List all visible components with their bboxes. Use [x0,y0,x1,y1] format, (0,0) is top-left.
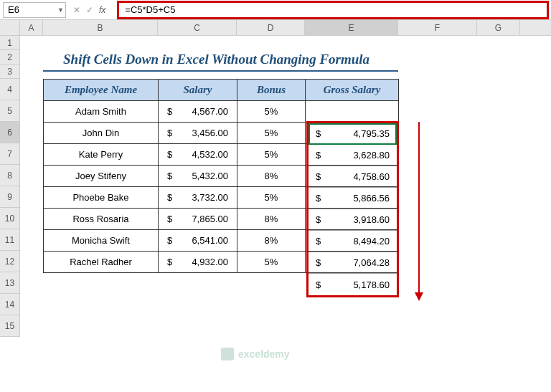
cell-salary[interactable]: $4,567.00 [159,101,237,123]
col-header-A[interactable]: A [20,20,43,35]
name-box-dropdown-icon[interactable]: ▼ [57,6,64,14]
cell-bonus[interactable]: 8% [237,230,306,252]
col-header-F[interactable]: F [398,20,477,35]
fx-icon[interactable]: fx [99,5,105,15]
cell-salary[interactable]: $4,532.00 [159,144,237,166]
gross-cell[interactable]: $5,866.56 [309,188,397,209]
exceldemy-logo-icon [221,348,234,360]
row-header-7[interactable]: 7 [0,143,20,165]
header-salary[interactable]: Salary [159,80,237,101]
row-header-4[interactable]: 4 [0,79,20,100]
cell-bonus[interactable]: 5% [237,187,306,209]
watermark-text: exceldemy [238,348,290,360]
gross-cell[interactable]: $3,628.80 [309,145,397,166]
formula-bar-controls: ✕ ✓ fx [73,5,110,15]
header-gross[interactable]: Gross Salary [306,80,399,101]
cell-salary[interactable]: $5,432.00 [159,166,237,187]
header-bonus[interactable]: Bonus [237,80,306,101]
watermark: exceldemy [221,348,290,360]
row-header-15[interactable]: 15 [0,315,20,337]
cell-name[interactable]: Joey Stifeny [44,166,159,187]
title-underline [43,70,398,72]
cell-name[interactable]: Ross Rosaria [44,209,159,230]
cell-salary[interactable]: $7,865.00 [159,209,237,230]
col-header-D[interactable]: D [237,20,305,35]
table-header-row: Employee Name Salary Bonus Gross Salary [44,80,399,101]
col-header-E[interactable]: E [305,20,398,35]
gross-cell[interactable]: $3,918.60 [309,209,397,231]
cell-bonus[interactable]: 8% [237,209,306,230]
spreadsheet-grid: A B C D E F G 1 2 3 4 5 6 7 8 9 10 11 12… [0,20,551,337]
cell-salary[interactable]: $4,932.00 [159,252,237,273]
column-headers: A B C D E F G [0,20,551,36]
col-header-B[interactable]: B [43,20,158,35]
select-all-corner[interactable] [0,20,20,35]
cell-bonus[interactable]: 5% [237,101,306,123]
name-box[interactable]: E6 ▼ [3,2,66,18]
gross-salary-highlight: $4,795.35 $3,628.80 $4,758.60 $5,866.56 … [306,121,399,297]
header-name[interactable]: Employee Name [44,80,159,101]
row-header-8[interactable]: 8 [0,165,20,186]
table-row: Adam Smith $4,567.00 5% [44,101,399,123]
cancel-icon[interactable]: ✕ [73,5,80,15]
row-header-10[interactable]: 10 [0,208,20,229]
gross-cell-selected[interactable]: $4,795.35 [309,123,397,145]
row-header-6[interactable]: 6 [0,122,20,143]
gross-cell[interactable]: $5,178.60 [309,274,397,295]
row-header-13[interactable]: 13 [0,272,20,294]
row-header-14[interactable]: 14 [0,294,20,315]
cell-bonus[interactable]: 8% [237,166,306,187]
row-header-9[interactable]: 9 [0,186,20,208]
row-header-11[interactable]: 11 [0,229,20,251]
formula-text: =C5*D5+C5 [125,4,175,15]
name-box-value: E6 [8,4,19,15]
page-title: Shift Cells Down in Excel Without Changi… [63,52,369,67]
row-header-5[interactable]: 5 [0,100,20,122]
row-headers: 1 2 3 4 5 6 7 8 9 10 11 12 13 14 15 [0,36,20,337]
cell-name[interactable]: Adam Smith [44,101,159,123]
cells-area[interactable]: Shift Cells Down in Excel Without Changi… [20,36,551,337]
enter-icon[interactable]: ✓ [86,5,93,15]
row-header-2[interactable]: 2 [0,50,20,64]
cell-bonus[interactable]: 5% [237,144,306,166]
gross-cell[interactable]: $7,064.28 [309,252,397,274]
cell-name[interactable]: Rachel Radher [44,252,159,273]
cell-name[interactable]: Phoebe Bake [44,187,159,209]
gross-cell[interactable]: $4,758.60 [309,166,397,188]
cell-salary[interactable]: $6,541.00 [159,230,237,252]
cell-name[interactable]: Kate Perry [44,144,159,166]
cell-gross-empty[interactable] [306,101,399,123]
arrow-down-icon [418,122,420,294]
cell-bonus[interactable]: 5% [237,123,306,144]
cell-name[interactable]: John Din [44,123,159,144]
cell-salary[interactable]: $3,456.00 [159,123,237,144]
formula-bar-area: E6 ▼ ✕ ✓ fx =C5*D5+C5 [0,0,551,20]
col-header-C[interactable]: C [158,20,237,35]
cell-name[interactable]: Monicha Swift [44,230,159,252]
col-header-G[interactable]: G [477,20,520,35]
row-header-12[interactable]: 12 [0,251,20,272]
row-header-1[interactable]: 1 [0,36,20,50]
cell-salary[interactable]: $3,732.00 [159,187,237,209]
row-header-3[interactable]: 3 [0,64,20,79]
cell-bonus[interactable]: 5% [237,252,306,273]
gross-cell[interactable]: $8,494.20 [309,231,397,252]
formula-bar[interactable]: =C5*D5+C5 [117,1,549,19]
